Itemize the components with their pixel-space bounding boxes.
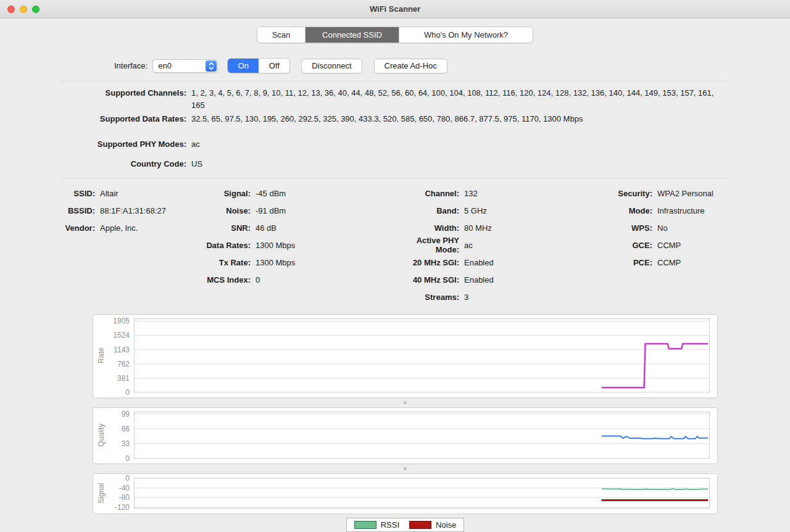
band-label: Band: [395,206,464,215]
legend-row: RSSI Noise [93,518,718,532]
pce-value: CCMP [657,258,681,267]
supported-phy-modes-row: Supported PHY Modes: ac [62,138,728,151]
zoom-button[interactable] [32,6,40,13]
supported-phy-modes-label: Supported PHY Modes: [62,138,191,151]
signal-chart-panel: Signal -120-80-400 [93,473,718,514]
gce-value: CCMP [657,241,681,250]
detail-row: MCS Index:0 [199,271,395,288]
tab-connected-ssid[interactable]: Connected SSID [306,27,399,43]
ssid-value: Altair [100,189,118,198]
interface-toolbar: Interface: en0 On Off Disconnect Create … [114,58,790,73]
disconnect-button[interactable]: Disconnect [301,59,362,73]
data-rates-value: 1300 Mbps [256,241,295,250]
axis-tick-label: 66 [122,425,130,433]
mcs-index-label: MCS Index: [199,275,256,285]
popup-stepper-icon [206,60,217,72]
signal-value: -45 dBm [256,189,286,198]
data-rates-label: Data Rates: [199,241,256,250]
noise-label: Noise: [199,206,256,215]
detail-row: Active PHY Mode:ac [395,236,604,254]
axis-tick-label: 99 [122,410,130,418]
divider-middle [62,178,728,178]
vendor-label: Vendor: [62,223,100,233]
channel-value: 132 [464,189,478,198]
active-phy-mode-label: Active PHY Mode: [395,236,464,254]
signal-axis-ticks: -120-80-400 [107,478,134,509]
on-button[interactable]: On [228,59,259,73]
sgi20-value: Enabled [464,258,494,267]
splitter-handle-icon [404,401,407,404]
quality-plot [134,412,710,459]
detail-row: WPS:No [604,219,790,236]
create-adhoc-button[interactable]: Create Ad-Hoc [374,59,447,73]
detail-row: Mode:Infrastructure [604,202,790,219]
quality-axis-ticks: 0336699 [107,412,134,459]
wps-label: WPS: [604,223,657,233]
close-button[interactable] [7,6,15,13]
signal-axis-title: Signal [96,478,107,509]
details-column-signal: Signal:-45 dBm Noise:-91 dBm SNR:46 dB D… [199,185,395,305]
supported-data-rates-value: 32.5, 65, 97.5, 130, 195, 260, 292.5, 32… [191,113,728,125]
security-label: Security: [604,189,657,198]
rate-axis-title: Rate [96,318,107,393]
noise-swatch-icon [409,521,431,529]
detail-row: BSSID:88:1F:A1:31:68:27 [62,202,199,219]
detail-row: Streams:3 [395,288,604,305]
supported-channels-label: Supported Channels: [62,87,191,112]
supported-phy-modes-value: ac [191,138,728,151]
axis-tick-label: 762 [117,360,130,368]
interface-select[interactable]: en0 [152,59,218,73]
snr-label: SNR: [199,223,256,233]
detail-row: 40 MHz SGI:Enabled [395,271,604,288]
supported-data-rates-row: Supported Data Rates: 32.5, 65, 97.5, 13… [62,113,728,125]
divider-top [62,81,728,81]
rate-plot [134,318,710,393]
tx-rate-value: 1300 Mbps [256,258,295,267]
rate-chart-panel: Rate 0381762114315241905 [93,314,718,398]
detail-row: Tx Rate:1300 Mbps [199,254,395,271]
mcs-index-value: 0 [256,275,260,285]
band-value: 5 GHz [464,206,487,215]
detail-row: Band:5 GHz [395,202,604,219]
width-label: Width: [395,223,464,233]
streams-value: 3 [464,293,468,302]
bssid-value: 88:1F:A1:31:68:27 [100,206,166,215]
details-column-security: Security:WPA2 Personal Mode:Infrastructu… [604,185,790,305]
wifi-scanner-window: WiFi Scanner Scan Connected SSID Who's O… [0,0,790,532]
rssi-legend-label: RSSI [381,520,399,530]
quality-chart-panel: Quality 0336699 [93,407,718,464]
gce-label: GCE: [604,241,657,250]
details-column-channel: Channel:132 Band:5 GHz Width:80 MHz Acti… [395,185,604,305]
window-title: WiFi Scanner [0,4,790,14]
channel-label: Channel: [395,189,464,198]
signal-plot [134,478,710,509]
detail-row: PCE:CCMP [604,254,790,271]
detail-row: SNR:46 dB [199,219,395,236]
tx-rate-label: Tx Rate: [199,258,256,267]
pce-label: PCE: [604,258,657,267]
detail-row: Vendor:Apple, Inc. [62,219,199,236]
detail-row: Signal:-45 dBm [199,185,395,202]
mode-value: Infrastructure [657,206,705,215]
axis-tick-label: 33 [122,439,130,448]
minimize-button[interactable] [20,6,27,13]
country-code-row: Country Code: US [62,158,728,170]
on-off-toggle: On Off [227,58,290,73]
axis-tick-label: 381 [117,374,130,383]
detail-row: Data Rates:1300 Mbps [199,236,395,254]
window-controls [7,6,40,13]
active-phy-mode-value: ac [464,241,473,250]
detail-row: Width:80 MHz [395,219,604,236]
titlebar: WiFi Scanner [0,0,790,19]
detail-row: GCE:CCMP [604,236,790,254]
chart-legend: RSSI Noise [346,518,465,532]
off-button[interactable]: Off [259,59,289,73]
interface-selected-value: en0 [153,61,172,70]
axis-tick-label: 0 [125,474,130,483]
detail-row: Security:WPA2 Personal [604,185,790,202]
charts-section: Rate 0381762114315241905 Quality 0336699… [93,314,718,532]
chart-splitter[interactable] [93,464,718,473]
tab-whos-on-my-network[interactable]: Who's On My Network? [399,27,533,43]
tab-scan[interactable]: Scan [257,27,306,43]
chart-splitter[interactable] [93,398,718,407]
